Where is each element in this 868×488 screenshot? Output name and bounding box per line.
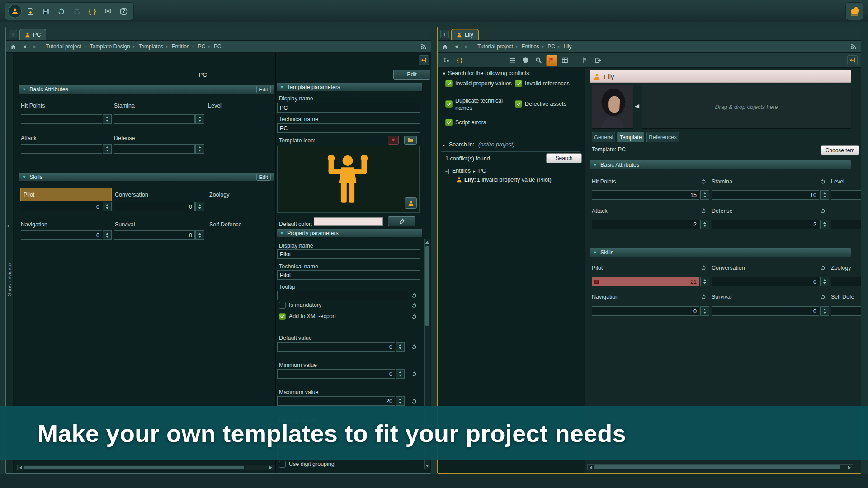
conversation-input[interactable]: 0 (114, 202, 195, 211)
defense-input[interactable] (114, 144, 195, 154)
scroll-down-button[interactable] (425, 465, 429, 467)
spinner-control[interactable] (700, 220, 709, 229)
spinner-control[interactable] (820, 190, 829, 200)
script-errors-checkbox[interactable] (445, 119, 453, 126)
back-button[interactable]: ◀ (452, 43, 460, 51)
scroll-right-button[interactable] (269, 466, 272, 469)
default-value-input[interactable]: 0 (277, 342, 395, 352)
breadcrumb-item[interactable]: PC (198, 43, 206, 50)
script-view-button[interactable]: { } (454, 55, 465, 66)
xml-export-checkbox[interactable] (279, 313, 286, 320)
search-scope-value[interactable]: (entire project) (478, 141, 515, 149)
spinner-control[interactable] (700, 190, 709, 200)
is-mandatory-checkbox[interactable] (279, 302, 286, 309)
basic-attributes-header[interactable]: ▼ Basic Attributes Edit (19, 84, 274, 94)
reset-button[interactable] (410, 343, 418, 350)
tab-pc[interactable]: PC (19, 29, 46, 40)
help-button[interactable]: ? (117, 4, 131, 19)
breadcrumb-item[interactable]: PC (214, 43, 222, 50)
auto-hide-pin-button[interactable] (419, 55, 429, 65)
breadcrumb-item[interactable]: Templates (138, 43, 163, 50)
spinner-control[interactable] (103, 144, 112, 154)
entity-portrait[interactable] (592, 85, 633, 129)
breadcrumb-item[interactable]: Lily (564, 43, 572, 50)
browse-icon-button[interactable] (404, 136, 417, 145)
reset-button[interactable] (410, 371, 418, 377)
spinner-control[interactable] (820, 306, 829, 316)
reset-button[interactable] (410, 302, 418, 309)
marker-button[interactable] (580, 55, 591, 66)
tab-template[interactable]: Template (617, 132, 644, 142)
auto-hide-pin-button[interactable] (847, 55, 858, 65)
hit-points-input[interactable]: 15 (592, 190, 699, 200)
navigation-input[interactable]: 0 (21, 230, 102, 240)
breadcrumb-item[interactable]: PC (547, 43, 555, 50)
forward-button[interactable]: ▶ (463, 43, 471, 51)
tree-node-entities[interactable]: Entities (452, 168, 471, 175)
zoology-input[interactable] (831, 277, 861, 286)
spinner-control[interactable] (103, 114, 112, 124)
invalid-references-checkbox[interactable] (515, 80, 522, 87)
conflict-search-button[interactable] (546, 55, 557, 66)
home-button[interactable] (441, 43, 449, 51)
tooltip-input[interactable] (277, 291, 408, 300)
feed-icon[interactable] (849, 43, 857, 51)
spinner-control[interactable] (103, 230, 112, 240)
home-button[interactable] (9, 43, 17, 51)
digit-grouping-checkbox[interactable] (279, 461, 286, 468)
scroll-left-button[interactable] (590, 466, 592, 469)
tab-references[interactable]: References (646, 132, 679, 142)
stamina-input[interactable] (114, 114, 195, 124)
drag-drop-zone[interactable]: Drag & drop objects here (642, 85, 851, 129)
reset-button[interactable] (819, 178, 826, 185)
template-display-name-input[interactable]: PC (277, 103, 420, 113)
selected-property-pilot[interactable]: Pilot (20, 188, 112, 201)
user-menu-button[interactable] (8, 4, 22, 19)
scroll-right-button[interactable] (848, 466, 851, 469)
spinner-control[interactable] (820, 220, 829, 229)
hit-points-input[interactable] (21, 114, 102, 124)
property-parameters-header[interactable]: ▼ Property parameters (276, 228, 422, 238)
collapse-icon[interactable]: ▼ (442, 71, 446, 76)
defense-input[interactable]: 2 (712, 220, 819, 229)
pilot-input[interactable]: 0 (21, 202, 102, 211)
self-defence-input[interactable] (831, 306, 861, 316)
defective-assets-checkbox[interactable] (515, 100, 522, 108)
scrollbar-thumb[interactable] (425, 246, 429, 326)
reset-button[interactable] (699, 293, 707, 300)
horizontal-scrollbar[interactable] (17, 465, 274, 470)
reset-button[interactable] (410, 313, 418, 320)
search-button[interactable] (533, 55, 544, 66)
minimum-value-input[interactable]: 0 (277, 369, 395, 379)
back-button[interactable]: ◀ (20, 43, 28, 51)
new-tab-button[interactable]: + (440, 30, 449, 38)
breadcrumb-item[interactable]: Entities (521, 43, 539, 50)
tab-lily[interactable]: Lily (451, 29, 479, 40)
extra-input[interactable] (831, 220, 861, 229)
collapse-arrow-icon[interactable]: ◀ (635, 103, 639, 109)
spinner-control[interactable] (820, 277, 829, 286)
reset-button[interactable] (410, 292, 418, 299)
spinner-control[interactable] (700, 306, 709, 316)
survival-input[interactable]: 0 (712, 306, 819, 316)
spinner-control[interactable] (103, 202, 112, 211)
tree-node-pc[interactable]: PC (478, 168, 486, 175)
list-view-button[interactable] (507, 55, 518, 66)
pick-icon-button[interactable] (405, 197, 417, 209)
level-input[interactable] (831, 190, 861, 200)
edit-template-button[interactable]: Edit (393, 70, 430, 80)
conflict-result-text[interactable]: 1 invalid property value (Pilot) (477, 177, 552, 184)
property-technical-name-input[interactable]: Pilot (277, 270, 420, 280)
navigation-input[interactable]: 0 (592, 306, 699, 316)
table-view-button[interactable] (559, 55, 571, 66)
breadcrumb-item[interactable]: Tutorial project (477, 43, 513, 50)
reset-button[interactable] (819, 207, 826, 214)
feed-icon[interactable] (420, 43, 427, 51)
reset-button[interactable] (699, 178, 707, 185)
redo-button[interactable] (70, 4, 84, 19)
expand-icon[interactable]: ▸ (443, 143, 445, 147)
spinner-control[interactable] (700, 277, 709, 286)
spinner-control[interactable] (396, 396, 405, 406)
breadcrumb-item[interactable]: Template Design (90, 43, 130, 50)
tree-collapse-toggle[interactable]: − (444, 169, 449, 174)
